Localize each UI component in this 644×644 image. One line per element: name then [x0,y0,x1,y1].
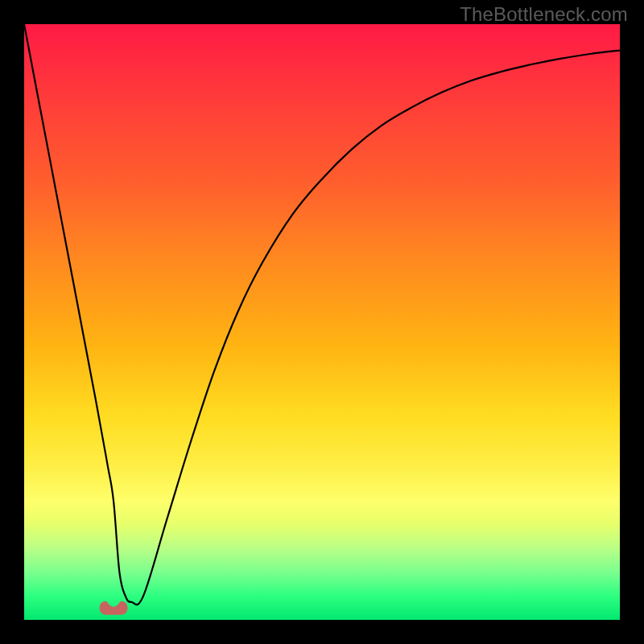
curve-path [24,24,620,605]
watermark-text: TheBottleneck.com [460,3,628,26]
highlight-blob [100,601,127,614]
plot-area [24,24,620,620]
chart-frame: TheBottleneck.com [0,0,644,644]
chart-svg [24,24,620,620]
